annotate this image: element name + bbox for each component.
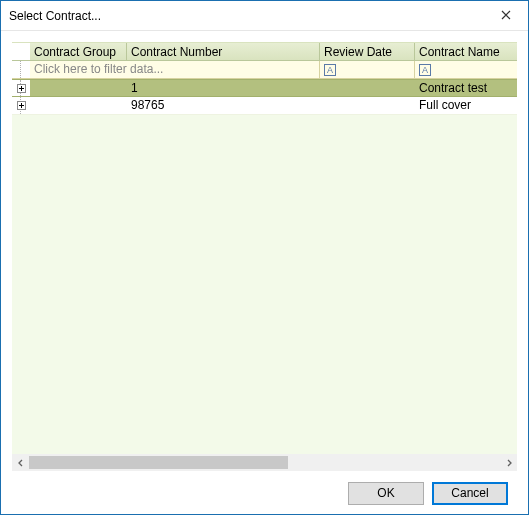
scroll-track[interactable]: [29, 454, 500, 471]
col-header-contract-number[interactable]: Contract Number: [127, 43, 320, 60]
table-row[interactable]: 98765 Full cover: [12, 97, 518, 115]
window-title: Select Contract...: [1, 9, 483, 23]
filter-icon: A: [324, 64, 336, 76]
cell-contract-number: 1: [127, 80, 320, 96]
contracts-grid[interactable]: Contract Group Contract Number Review Da…: [12, 42, 518, 115]
horizontal-scrollbar[interactable]: [12, 454, 517, 471]
cell-review-date: [320, 97, 415, 114]
filter-input[interactable]: Click here to filter data...: [30, 61, 320, 78]
scroll-thumb[interactable]: [29, 456, 288, 469]
col-header-contract-group[interactable]: Contract Group: [30, 43, 127, 60]
grid-viewport: Contract Group Contract Number Review Da…: [11, 41, 518, 472]
expand-button[interactable]: [17, 84, 26, 93]
expand-filter-spacer: [12, 61, 30, 78]
filter-icon: A: [419, 64, 431, 76]
expand-cell: [12, 97, 30, 114]
scroll-right-button[interactable]: [500, 454, 517, 471]
grid-filter-row[interactable]: Click here to filter data... A A: [12, 61, 518, 79]
cell-contract-group: [30, 80, 127, 96]
dialog-button-bar: OK Cancel: [11, 472, 518, 514]
scroll-left-button[interactable]: [12, 454, 29, 471]
ok-button[interactable]: OK: [348, 482, 424, 505]
close-button[interactable]: [483, 1, 528, 30]
expand-header-spacer: [12, 43, 30, 60]
filter-contract-name[interactable]: A: [415, 61, 518, 78]
cancel-button[interactable]: Cancel: [432, 482, 508, 505]
close-icon: [501, 9, 511, 23]
titlebar: Select Contract...: [1, 1, 528, 31]
chevron-left-icon: [17, 456, 25, 470]
dialog-window: Select Contract... Contract Group Contra…: [0, 0, 529, 515]
col-header-review-date[interactable]: Review Date: [320, 43, 415, 60]
table-row[interactable]: 1 Contract test: [12, 79, 518, 97]
cell-contract-name: Contract test: [415, 80, 518, 96]
expand-button[interactable]: [17, 101, 26, 110]
filter-review-date[interactable]: A: [320, 61, 415, 78]
grid-header-row: Contract Group Contract Number Review Da…: [12, 42, 518, 61]
cell-contract-name: Full cover: [415, 97, 518, 114]
chevron-right-icon: [505, 456, 513, 470]
cell-review-date: [320, 80, 415, 96]
col-header-contract-name[interactable]: Contract Name: [415, 43, 518, 60]
cell-contract-number: 98765: [127, 97, 320, 114]
cell-contract-group: [30, 97, 127, 114]
expand-cell: [12, 80, 30, 96]
client-area: Contract Group Contract Number Review Da…: [1, 31, 528, 514]
